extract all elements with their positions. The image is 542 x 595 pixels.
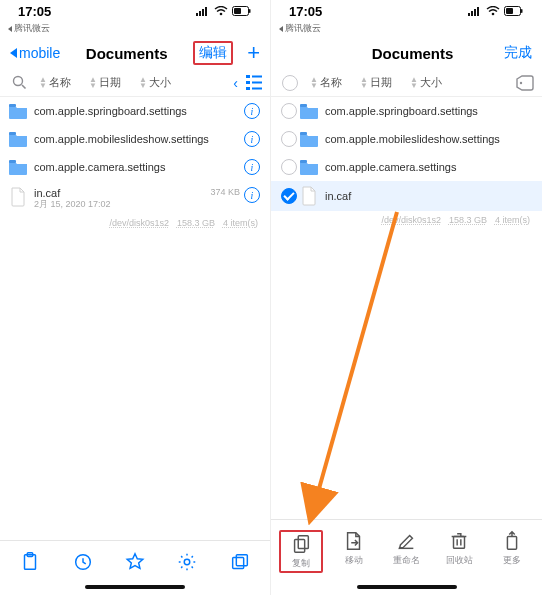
info-icon[interactable]: i xyxy=(244,187,260,203)
file-icon xyxy=(10,187,26,207)
svg-rect-16 xyxy=(9,104,16,107)
phone-normal-mode: 17:05 腾讯微云 mobile Documents 编辑 + xyxy=(0,0,271,595)
sort-date-button[interactable]: ▲▼日期 xyxy=(80,73,130,92)
folder-icon xyxy=(299,159,319,175)
file-icon xyxy=(301,186,317,206)
file-list: com.apple.springboard.settings i com.app… xyxy=(0,97,270,595)
svg-rect-1 xyxy=(199,11,201,16)
list-item[interactable]: in.caf 2月 15, 2020 17:02 374 KB i xyxy=(0,181,270,214)
home-indicator xyxy=(85,585,185,589)
status-time: 17:05 xyxy=(18,4,51,19)
list-item[interactable]: com.apple.camera.settings i xyxy=(0,153,270,181)
history-button[interactable] xyxy=(61,551,105,573)
footer-stats: /dev/disk0s1s2 158.3 GB 4 item(s) xyxy=(0,214,270,228)
svg-point-22 xyxy=(185,559,191,565)
move-button[interactable]: 移动 xyxy=(332,530,376,567)
status-icons xyxy=(468,6,524,16)
list-item[interactable]: in.caf xyxy=(271,181,542,211)
sort-date-button[interactable]: ▲▼日期 xyxy=(351,73,401,92)
status-bar: 17:05 xyxy=(271,0,542,22)
svg-point-29 xyxy=(492,13,495,16)
back-app-link[interactable]: 腾讯微云 xyxy=(0,22,270,37)
nav-bar: mobile Documents 编辑 + xyxy=(0,37,270,69)
select-circle[interactable] xyxy=(281,159,297,175)
svg-rect-14 xyxy=(246,87,250,90)
svg-point-33 xyxy=(520,81,522,83)
info-icon[interactable]: i xyxy=(244,159,260,175)
folder-icon xyxy=(299,131,319,147)
trash-button[interactable]: 回收站 xyxy=(437,530,481,567)
svg-rect-10 xyxy=(246,75,250,78)
select-all-icon[interactable] xyxy=(279,75,301,91)
svg-rect-32 xyxy=(506,8,513,14)
svg-line-9 xyxy=(22,85,26,89)
svg-rect-7 xyxy=(234,8,241,14)
svg-rect-36 xyxy=(300,160,307,163)
svg-point-8 xyxy=(13,77,22,86)
svg-rect-18 xyxy=(9,160,16,163)
nav-title: Documents xyxy=(321,45,504,62)
settings-button[interactable] xyxy=(165,551,209,573)
svg-rect-40 xyxy=(507,536,516,549)
rename-button[interactable]: 重命名 xyxy=(384,530,428,567)
back-app-link[interactable]: 腾讯微云 xyxy=(271,22,542,37)
status-time: 17:05 xyxy=(289,4,322,19)
sort-bar: ▲▼名称 ▲▼日期 ▲▼大小 ‹ xyxy=(0,69,270,97)
home-indicator xyxy=(357,585,457,589)
copy-button[interactable]: 复制 xyxy=(279,530,323,573)
folder-icon xyxy=(8,159,28,175)
phone-edit-mode: 17:05 腾讯微云 Documents 完成 ▲▼名称 ▲▼日期 ▲▼大小 xyxy=(271,0,542,595)
list-item[interactable]: com.apple.mobileslideshow.settings xyxy=(271,125,542,153)
sort-name-button[interactable]: ▲▼名称 xyxy=(301,73,351,92)
svg-rect-35 xyxy=(300,132,307,135)
chevron-left-small-icon[interactable]: ‹ xyxy=(233,75,238,91)
clipboard-button[interactable] xyxy=(8,551,52,573)
tag-icon[interactable] xyxy=(516,75,534,91)
list-view-icon[interactable] xyxy=(246,75,262,90)
favorite-button[interactable] xyxy=(113,551,157,573)
svg-rect-34 xyxy=(300,104,307,107)
file-size: 374 KB xyxy=(210,187,240,197)
svg-rect-38 xyxy=(299,536,309,549)
select-circle-checked[interactable] xyxy=(281,188,297,204)
search-icon[interactable] xyxy=(8,75,30,90)
svg-rect-28 xyxy=(477,7,479,16)
chevron-left-icon xyxy=(10,48,17,58)
info-icon[interactable]: i xyxy=(244,131,260,147)
svg-rect-15 xyxy=(252,88,262,90)
list-item[interactable]: com.apple.camera.settings xyxy=(271,153,542,181)
info-icon[interactable]: i xyxy=(244,103,260,119)
edit-button[interactable]: 编辑 xyxy=(193,41,233,65)
nav-title: Documents xyxy=(60,45,193,62)
svg-rect-17 xyxy=(9,132,16,135)
folder-icon xyxy=(8,131,28,147)
svg-rect-24 xyxy=(236,555,247,566)
select-circle[interactable] xyxy=(281,131,297,147)
svg-rect-11 xyxy=(252,76,262,78)
svg-rect-12 xyxy=(246,81,250,84)
windows-button[interactable] xyxy=(218,551,262,573)
status-icons xyxy=(196,6,252,16)
svg-rect-31 xyxy=(521,9,523,13)
footer-stats: /dev/disk0s1s2 158.3 GB 4 item(s) xyxy=(271,211,542,225)
folder-icon xyxy=(299,103,319,119)
svg-rect-25 xyxy=(468,13,470,16)
list-item[interactable]: com.apple.springboard.settings i xyxy=(0,97,270,125)
sort-size-button[interactable]: ▲▼大小 xyxy=(130,73,180,92)
nav-back-button[interactable]: mobile xyxy=(10,45,60,61)
done-button[interactable]: 完成 xyxy=(504,44,532,62)
svg-rect-23 xyxy=(232,557,243,568)
select-circle[interactable] xyxy=(281,103,297,119)
svg-rect-6 xyxy=(249,9,251,13)
nav-bar: Documents 完成 xyxy=(271,37,542,69)
sort-name-button[interactable]: ▲▼名称 xyxy=(30,73,80,92)
status-bar: 17:05 xyxy=(0,0,270,22)
svg-rect-26 xyxy=(471,11,473,16)
add-button[interactable]: + xyxy=(247,40,260,66)
svg-rect-27 xyxy=(474,9,476,16)
list-item[interactable]: com.apple.mobileslideshow.settings i xyxy=(0,125,270,153)
more-button[interactable]: 更多 xyxy=(490,530,534,567)
svg-rect-0 xyxy=(196,13,198,16)
list-item[interactable]: com.apple.springboard.settings xyxy=(271,97,542,125)
sort-size-button[interactable]: ▲▼大小 xyxy=(401,73,451,92)
